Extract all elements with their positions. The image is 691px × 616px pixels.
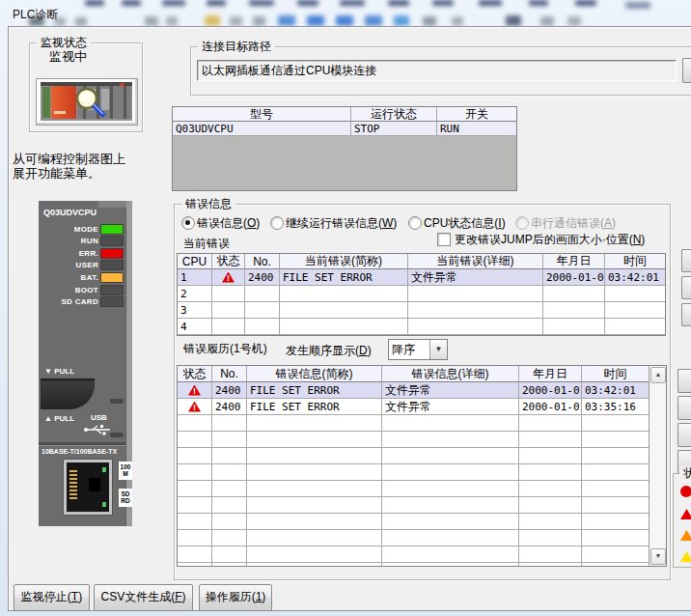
sdrd-badge: SD RD <box>119 489 132 507</box>
switch-value: RUN <box>437 122 516 136</box>
monitor-status-value: 监视中 <box>49 50 87 64</box>
magnifier-icon <box>68 82 114 121</box>
occurrence-order-label: 发生顺序显示(D) <box>286 344 372 357</box>
plc-rack-image <box>41 82 132 121</box>
history-row[interactable]: ! 2400 FILE SET ERROR 文件异常 2000-01-01 03… <box>178 399 649 415</box>
col-switch: 开关 <box>437 107 516 122</box>
error-led <box>100 248 124 259</box>
order-select[interactable]: 降序 ▼ <box>388 339 448 360</box>
window-title: PLC诊断 <box>13 7 58 23</box>
error-history-label: 错误履历(1号机) <box>183 342 267 355</box>
scroll-up-icon[interactable]: ▲ <box>650 367 666 383</box>
radio-error-info-label: 错误信息(O) <box>197 216 260 230</box>
history-scrollbar[interactable]: ▲ ▼ <box>649 366 666 566</box>
current-error-header: CPU 状态 No. 当前错误(简称) 当前错误(详细) 年月日 时间 <box>178 254 665 269</box>
hint-line-1: 从可编程控制器图上 <box>13 153 125 166</box>
module-seam <box>39 442 126 445</box>
history-row-empty[interactable] <box>178 481 649 497</box>
warning-icon: ! <box>188 402 201 412</box>
led-label: SD CARD <box>61 297 98 306</box>
ethernet-port <box>64 460 112 515</box>
radio-cpu-status-info[interactable] <box>408 216 422 230</box>
radio-cpu-status-info-label: CPU状态信息(I) <box>424 216 506 230</box>
plc-rack-thumbnail <box>36 78 138 126</box>
led-label: BOOT <box>75 286 98 294</box>
current-error-label: 当前错误 <box>183 237 230 250</box>
error-jump-button-cut[interactable] <box>681 249 691 272</box>
current-error-row-empty[interactable]: 3 <box>178 302 665 319</box>
legend-stop-error-icon <box>680 486 691 497</box>
history-row-empty[interactable] <box>178 530 649 546</box>
chevron-down-icon[interactable]: ▼ <box>429 340 447 359</box>
module-top-tab <box>98 201 126 208</box>
radio-serial-comm-error <box>515 216 529 230</box>
port-led <box>102 502 106 507</box>
radio-continue-error-info[interactable] <box>270 216 284 230</box>
pull-pocket <box>41 378 95 409</box>
jump-resize-checkbox-label: 更改错误JUMP后的画面大小·位置(N) <box>455 233 645 246</box>
module-model-label: Q03UDVCPU <box>43 208 97 217</box>
error-clear-button-cut[interactable] <box>681 303 691 326</box>
hint-line-2: 展开功能菜单。 <box>13 167 100 181</box>
boot-led <box>100 285 124 295</box>
led-row: BOOT <box>39 285 124 295</box>
status-legend-group-cut: 状 <box>673 473 691 568</box>
history-row-empty[interactable] <box>178 497 649 514</box>
sd-card-led <box>100 296 124 307</box>
connection-detail-button-cut[interactable] <box>682 58 691 83</box>
connection-path-text: 以太网插板通信通过CPU模块连接 <box>202 64 376 77</box>
history-row-empty[interactable] <box>178 448 649 464</box>
history-row-empty[interactable] <box>178 546 649 563</box>
pull-down-label: ▼ PULL <box>44 367 74 376</box>
history-row-empty[interactable] <box>178 563 649 567</box>
col-run-status: 运行状态 <box>351 107 437 122</box>
history-row[interactable]: ! 2400 FILE SET ERROR 文件异常 2000-01-01 03… <box>178 382 649 399</box>
radio-continue-error-info-label: 继续运行错误信息(W) <box>286 216 397 230</box>
radio-serial-comm-error-label: 串行通信错误(A) <box>531 216 616 230</box>
battery-led <box>100 272 124 283</box>
legend-moderate-error-icon <box>680 530 691 541</box>
cpu-model-row[interactable]: Q03UDVCPU STOP RUN <box>173 122 516 136</box>
history-row-empty[interactable] <box>178 464 649 481</box>
error-history-table: 状态 No. 错误信息(简称) 错误信息(详细) 年月日 时间 ! 2400 F… <box>177 365 667 567</box>
connection-path-field[interactable]: 以太网插板通信通过CPU模块连接 <box>197 60 677 81</box>
led-row: USER <box>39 260 124 270</box>
usb-icon <box>83 424 114 435</box>
history-help-button-cut[interactable] <box>677 396 691 420</box>
history-row-empty[interactable] <box>178 432 649 448</box>
warning-icon: ! <box>188 385 201 396</box>
led-row: MODE <box>39 224 124 235</box>
error-history-header: 状态 No. 错误信息(简称) 错误信息(详细) 年月日 时间 <box>178 366 649 382</box>
col-model: 型号 <box>173 107 351 122</box>
operation-history-button[interactable]: 操作履历(1) <box>199 584 272 611</box>
scroll-down-icon[interactable]: ▼ <box>650 548 666 565</box>
connection-path-group-label: 连接目标路径 <box>198 40 275 53</box>
jump-resize-checkbox[interactable] <box>437 233 451 246</box>
port-led <box>102 467 106 472</box>
history-row-empty[interactable] <box>178 514 649 530</box>
monitor-status-group-label: 监视状态 <box>37 36 91 49</box>
current-error-row[interactable]: 1 ! 2400 FILE SET ERROR 文件异常 2000-01-01 … <box>178 269 665 286</box>
history-jump-button-cut[interactable] <box>677 369 691 393</box>
monitor-stop-button[interactable]: 监视停止(T) <box>14 584 90 611</box>
speed-badge: 100 M <box>119 462 132 480</box>
current-error-table: CPU 状态 No. 当前错误(简称) 当前错误(详细) 年月日 时间 1 ! … <box>177 253 666 336</box>
error-help-button-cut[interactable] <box>681 276 691 299</box>
plc-diagnostics-window: PLC诊断 监视状态 监视中 <box>0 0 691 616</box>
led-label: USER <box>76 261 98 269</box>
led-row: ERR. <box>39 248 124 259</box>
user-led <box>100 260 124 270</box>
history-clear-button-cut[interactable] <box>677 423 691 447</box>
error-info-group-label: 错误信息 <box>181 197 235 210</box>
vent-slot <box>110 399 124 404</box>
cpu-module-image[interactable]: Q03UDVCPU MODE RUN ERR. USER BAT. BOOT S… <box>39 201 132 526</box>
csv-export-button[interactable]: CSV文件生成(F) <box>94 584 193 611</box>
cpu-model-table-header: 型号 运行状态 开关 <box>173 107 516 122</box>
usb-label: USB <box>91 413 107 422</box>
radio-error-info[interactable] <box>181 216 195 230</box>
run-status-value: STOP <box>351 122 437 136</box>
history-row-empty[interactable] <box>178 415 649 432</box>
current-error-row-empty[interactable]: 2 <box>178 286 665 302</box>
current-error-row-empty[interactable]: 4 <box>178 319 665 335</box>
cpu-model-table: 型号 运行状态 开关 Q03UDVCPU STOP RUN <box>172 106 517 191</box>
